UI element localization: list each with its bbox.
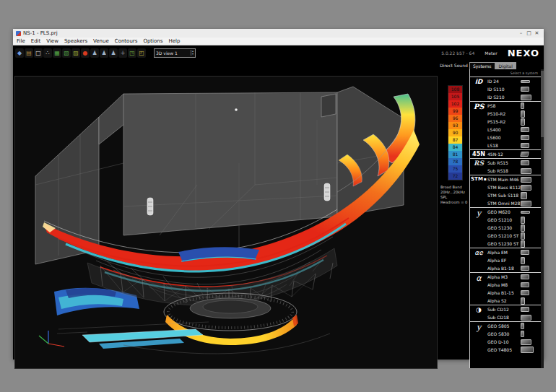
group-ps: PSPS8PS10-R2PS15-R2LS400LS600LS18 [470, 101, 541, 149]
system-item[interactable]: GEO S830 [487, 330, 541, 338]
legend-cell-78: 78 [448, 158, 462, 165]
series-logo-ps: PS [470, 102, 487, 149]
system-item[interactable]: GEO M620 [487, 208, 541, 216]
share-icon[interactable]: ∴ [43, 48, 52, 58]
system-label: LS18 [487, 143, 521, 148]
minimize-button[interactable]: – [517, 29, 525, 38]
system-item[interactable]: GEO S1230 ST [487, 240, 541, 248]
system-item[interactable]: ID S210 [487, 93, 541, 101]
system-item[interactable]: PS15-R2 [487, 118, 541, 126]
project-icon[interactable]: ◆ [15, 48, 24, 58]
version-text: 5.0.22 b57 - 64 [441, 51, 474, 56]
venue-3d-view[interactable] [15, 77, 437, 368]
system-item[interactable]: LS18 [487, 141, 541, 149]
system-item[interactable]: PS8 [487, 102, 541, 110]
menu-venue[interactable]: Venue [93, 38, 109, 44]
menu-file[interactable]: File [17, 38, 25, 44]
grid-icon[interactable]: ▦ [53, 48, 61, 58]
system-item[interactable]: GEO S805 [487, 322, 541, 330]
system-label: ID 24 [487, 79, 521, 84]
listener-icon-1[interactable]: ♟ [90, 48, 99, 58]
system-item[interactable]: Alpha EM [487, 248, 541, 256]
tab-systems[interactable]: Systems [469, 62, 495, 69]
save-icon[interactable]: ▤ [25, 48, 33, 58]
system-item[interactable]: Sub RS15 [487, 159, 541, 167]
system-item[interactable]: Alpha B1-18 [487, 264, 541, 272]
legend-footer-line-2: SPL [440, 195, 467, 199]
mapping-icon-2[interactable]: ◰ [137, 48, 146, 58]
system-label: Alpha S2 [487, 298, 521, 303]
legend-cell-75: 75 [448, 165, 462, 173]
system-item[interactable]: Sub CD18 [487, 313, 541, 321]
system-item[interactable]: STM Bass B112 [487, 183, 541, 191]
menu-contours[interactable]: Contours [115, 38, 138, 44]
system-item[interactable]: Alpha S2 [487, 297, 541, 305]
system-item[interactable]: GEO S1210 ST [487, 232, 541, 240]
toolbar: ◆▤□∴▦▧▨●♟♟♟+◳◰ 3D view 1 ▴▾ [13, 45, 196, 60]
menu-edit[interactable]: Edit [31, 38, 41, 44]
pointer-icon[interactable]: + [118, 48, 127, 58]
group-geo-s: yGEO S805GEO S830GEO D-10GEO T4805 [470, 321, 541, 354]
system-item[interactable]: Alpha M3 [487, 273, 541, 281]
menu-view[interactable]: View [46, 38, 58, 44]
source-point[interactable] [235, 108, 238, 111]
system-item[interactable]: Alpha EF [487, 256, 541, 264]
system-item[interactable]: Alpha M8 [487, 281, 541, 289]
system-item[interactable]: GEO T4805 [487, 346, 541, 354]
mapping-icon-1[interactable]: ◳ [128, 48, 136, 58]
system-item[interactable]: GEO D-10 [487, 338, 541, 346]
system-item[interactable]: STM Sub S118 [487, 191, 541, 199]
speaker-thumbnail [521, 257, 525, 264]
system-label: LS600 [487, 135, 521, 140]
listener-icon-3[interactable]: ♟ [109, 48, 118, 58]
group-rs: RSSub RS15Sub RS18 [470, 158, 541, 175]
maximize-button[interactable]: □ [525, 29, 533, 38]
close-button[interactable]: ✕ [533, 29, 541, 38]
system-item[interactable]: STM Main M46 [487, 175, 541, 183]
system-item[interactable]: ID 24 [487, 77, 541, 85]
system-item[interactable]: STM Omni M28 [487, 199, 541, 207]
speaker-thumbnail [521, 177, 531, 183]
system-label: Alpha B1-15 [487, 290, 521, 295]
system-item[interactable]: ID S110 [487, 85, 541, 93]
view-selector[interactable]: 3D view 1 ▴▾ [154, 48, 196, 58]
group-geo-m: yGEO M620GEO S1210GEO S1230GEO S1210 STG… [470, 207, 541, 248]
menu-bar: FileEditViewSpeakersVenueContoursOptions… [13, 38, 544, 45]
spinner-icon[interactable]: ▴▾ [191, 50, 194, 56]
venue-canvas[interactable] [14, 76, 438, 369]
menu-options[interactable]: Options [143, 38, 162, 44]
venue-icon[interactable]: ▧ [62, 48, 71, 58]
menu-speakers[interactable]: Speakers [64, 38, 87, 44]
system-item[interactable]: GEO S1210 [487, 216, 541, 224]
surface-icon[interactable]: ▨ [71, 48, 80, 58]
system-item[interactable]: LS400 [487, 126, 541, 134]
speaker-thumbnail [521, 274, 529, 279]
legend-cell-105: 105 [448, 93, 462, 100]
legend-cell-99: 99 [448, 108, 462, 115]
series-logo-stm: STM [470, 175, 487, 207]
system-item[interactable]: PS10-R2 [487, 110, 541, 118]
system-item[interactable]: Sub RS18 [487, 167, 541, 175]
system-item[interactable]: LS600 [487, 134, 541, 141]
system-item[interactable]: Alpha B1-15 [487, 289, 541, 297]
system-item[interactable]: 45N-12 [487, 150, 541, 158]
speaker-thumbnail [521, 297, 525, 305]
nexo-disc-icon[interactable]: ● [81, 48, 90, 58]
speaker-hang-right[interactable] [324, 183, 330, 201]
system-label: 45N-12 [487, 152, 521, 157]
scrollbar-thumb[interactable] [541, 71, 544, 137]
listener-icon-2[interactable]: ♟ [100, 48, 108, 58]
speaker-thumbnail [521, 118, 525, 126]
panel-scrollbar[interactable] [541, 69, 544, 368]
system-item[interactable]: Sub CD12 [487, 305, 541, 313]
tab-digital[interactable]: Digital [495, 62, 516, 69]
legend-footer-line-3: Headroom = 0 [440, 200, 467, 204]
menu-help[interactable]: Help [168, 38, 180, 44]
snapshot-icon[interactable]: □ [34, 48, 43, 58]
speaker-thumbnail [521, 168, 531, 174]
system-item[interactable]: GEO S1230 [487, 224, 541, 232]
system-label: Sub CD12 [487, 307, 521, 312]
meter-label[interactable]: Meter [485, 51, 497, 56]
speaker-hang-left[interactable] [147, 198, 153, 215]
speaker-thumbnail [521, 266, 529, 271]
